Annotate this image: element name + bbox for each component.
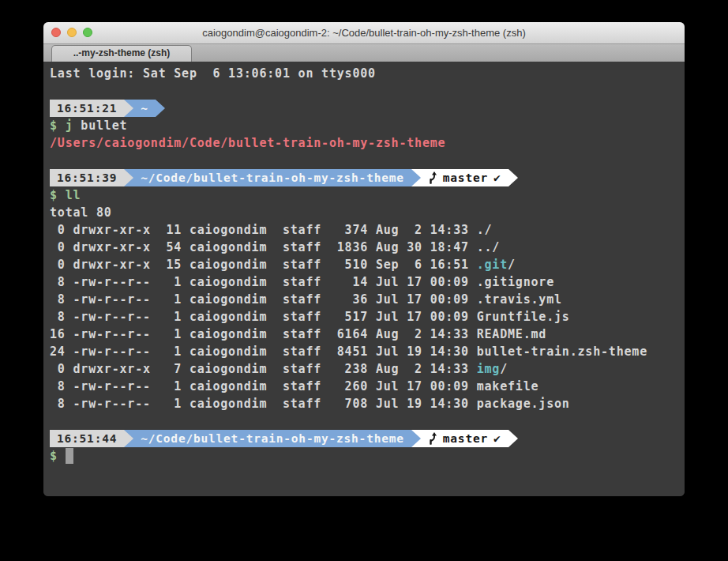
file-name: makefile <box>477 379 539 393</box>
file-meta: 0 drwxr-xr-x 11 caiogondim staff 374 Aug… <box>50 223 477 237</box>
minimize-button[interactable] <box>67 28 77 37</box>
git-clean-check-icon: ✔ <box>493 430 501 447</box>
prompt-time-segment: 16:51:21 <box>50 100 124 117</box>
command-line: $ ll <box>50 186 678 204</box>
file-row: 8 -rw-r--r-- 1 caiogondim staff 708 Jul … <box>50 395 678 412</box>
tab-label: ..-my-zsh-theme (zsh) <box>73 47 171 58</box>
git-branch-icon <box>428 171 437 184</box>
prompt-line-3: 16:51:44 ~/Code/bullet-train-oh-my-zsh-t… <box>50 430 678 447</box>
blank-line <box>50 412 678 430</box>
file-name: bullet-train.zsh-theme <box>477 345 647 359</box>
file-row: 0 drwxr-xr-x 7 caiogondim staff 238 Aug … <box>50 360 678 378</box>
file-meta: 0 drwxr-xr-x 54 caiogondim staff 1836 Au… <box>50 240 477 254</box>
file-meta: 24 -rw-r--r-- 1 caiogondim staff 8451 Ju… <box>50 345 477 359</box>
file-row: 8 -rw-r--r-- 1 caiogondim staff 36 Jul 1… <box>50 291 678 308</box>
prompt-symbol: $ <box>50 449 66 463</box>
file-row: 8 -rw-r--r-- 1 caiogondim staff 14 Jul 1… <box>50 273 678 291</box>
file-meta: 8 -rw-r--r-- 1 caiogondim staff 517 Jul … <box>50 310 477 324</box>
powerline-arrow-icon <box>411 169 421 186</box>
file-suffix: / <box>500 362 508 376</box>
prompt-git-segment: master ✔ <box>421 430 508 447</box>
git-clean-check-icon: ✔ <box>493 169 501 186</box>
file-meta: 0 drwxr-xr-x 7 caiogondim staff 238 Aug … <box>50 362 477 376</box>
git-branch-name: master <box>443 430 488 447</box>
window-title: caiogondim@caiogondim-2: ~/Code/bullet-t… <box>43 22 685 43</box>
file-meta: 8 -rw-r--r-- 1 caiogondim staff 14 Jul 1… <box>50 275 477 289</box>
file-meta: 8 -rw-r--r-- 1 caiogondim staff 260 Jul … <box>50 379 477 393</box>
last-login-line: Last login: Sat Sep 6 13:06:01 on ttys00… <box>50 65 678 82</box>
powerline-arrow-icon <box>508 169 518 186</box>
powerline-arrow-icon <box>156 100 165 117</box>
tab-zsh[interactable]: ..-my-zsh-theme (zsh) <box>51 45 192 62</box>
powerline-arrow-icon <box>124 430 133 447</box>
prompt-path-segment: ~/Code/bullet-train-oh-my-zsh-theme <box>133 430 411 447</box>
file-suffix: / <box>508 258 516 272</box>
file-row: 0 drwxr-xr-x 15 caiogondim staff 510 Sep… <box>50 256 678 273</box>
file-row: 16 -rw-r--r-- 1 caiogondim staff 6164 Au… <box>50 326 678 343</box>
command-argument: bullet <box>81 119 127 133</box>
file-name: .gitignore <box>477 275 554 289</box>
prompt-time-segment: 16:51:39 <box>50 169 124 186</box>
file-row: 0 drwxr-xr-x 54 caiogondim staff 1836 Au… <box>50 239 678 256</box>
git-branch-name: master <box>443 169 488 186</box>
powerline-arrow-icon <box>508 430 518 447</box>
blank-line <box>50 82 678 100</box>
blank-line <box>50 152 678 169</box>
file-meta: 0 drwxr-xr-x 15 caiogondim staff 510 Sep… <box>50 258 477 272</box>
prompt-time-segment: 16:51:44 <box>50 430 124 447</box>
file-row: 8 -rw-r--r-- 1 caiogondim staff 260 Jul … <box>50 378 678 395</box>
file-meta: 16 -rw-r--r-- 1 caiogondim staff 6164 Au… <box>50 327 477 341</box>
command-line: $ j bullet <box>50 117 678 134</box>
terminal-screen[interactable]: Last login: Sat Sep 6 13:06:01 on ttys00… <box>43 62 685 496</box>
file-row: 0 drwxr-xr-x 11 caiogondim staff 374 Aug… <box>50 221 678 239</box>
terminal-window: caiogondim@caiogondim-2: ~/Code/bullet-t… <box>43 22 685 496</box>
prompt-symbol: $ <box>50 119 66 133</box>
text-cursor <box>66 448 73 464</box>
prompt-symbol: $ <box>50 188 66 202</box>
file-row: 8 -rw-r--r-- 1 caiogondim staff 517 Jul … <box>50 308 678 326</box>
traffic-lights <box>51 28 92 37</box>
tab-bar: ..-my-zsh-theme (zsh) <box>43 44 685 62</box>
window-titlebar[interactable]: caiogondim@caiogondim-2: ~/Code/bullet-t… <box>43 22 685 44</box>
prompt-path-segment: ~/Code/bullet-train-oh-my-zsh-theme <box>133 169 411 186</box>
file-meta: 8 -rw-r--r-- 1 caiogondim staff 36 Jul 1… <box>50 292 477 307</box>
file-name: ./ <box>477 223 493 237</box>
close-button[interactable] <box>51 28 61 37</box>
file-name: Gruntfile.js <box>477 310 570 324</box>
file-meta: 8 -rw-r--r-- 1 caiogondim staff 708 Jul … <box>50 397 477 411</box>
file-name: .git <box>477 258 508 272</box>
git-branch-icon <box>428 432 437 445</box>
prompt-git-segment: master ✔ <box>421 169 508 186</box>
file-name: .travis.yml <box>477 292 562 307</box>
file-name: ../ <box>477 240 501 254</box>
command-text: ll <box>66 188 81 202</box>
prompt-line-2: 16:51:39 ~/Code/bullet-train-oh-my-zsh-t… <box>50 169 678 186</box>
command-text: j <box>66 119 81 133</box>
prompt-line-1: 16:51:21 ~ <box>50 100 678 117</box>
current-command-line: $ <box>50 447 678 465</box>
prompt-path-segment: ~ <box>133 100 156 117</box>
file-name: README.md <box>477 327 546 341</box>
zoom-button[interactable] <box>83 28 92 37</box>
command-output-path: /Users/caiogondim/Code/bullet-train-oh-m… <box>50 134 678 152</box>
listing-total-line: total 80 <box>50 204 678 221</box>
powerline-arrow-icon <box>411 430 421 447</box>
powerline-arrow-icon <box>124 169 133 186</box>
file-row: 24 -rw-r--r-- 1 caiogondim staff 8451 Ju… <box>50 343 678 360</box>
file-name: package.json <box>477 397 570 411</box>
powerline-arrow-icon <box>124 100 133 117</box>
file-name: img <box>477 362 501 376</box>
